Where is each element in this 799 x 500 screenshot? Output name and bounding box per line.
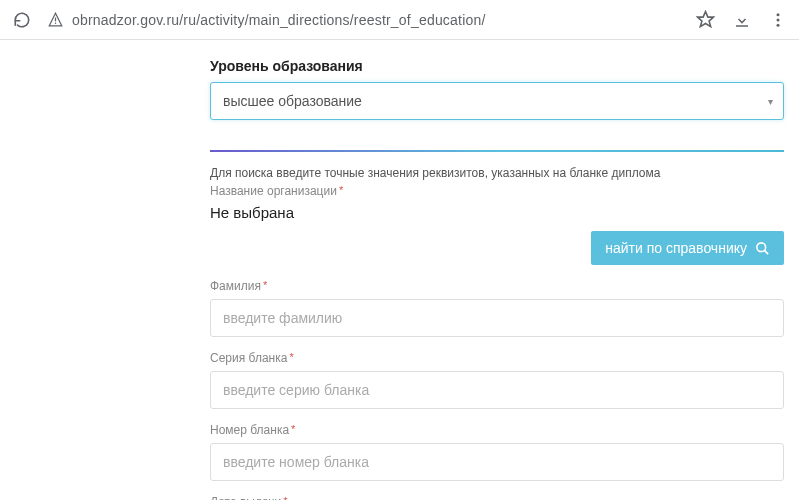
download-icon[interactable] bbox=[733, 11, 751, 29]
number-input[interactable] bbox=[210, 443, 784, 481]
find-by-directory-button[interactable]: найти по справочнику bbox=[591, 231, 784, 265]
org-value: Не выбрана bbox=[210, 204, 784, 221]
svg-rect-1 bbox=[55, 23, 56, 24]
separator-line bbox=[210, 150, 784, 152]
svg-line-8 bbox=[764, 250, 768, 254]
required-star: * bbox=[263, 279, 267, 291]
number-label: Номер бланка* bbox=[210, 423, 784, 437]
search-hint: Для поиска введите точные значения рекви… bbox=[210, 166, 784, 180]
svg-point-5 bbox=[777, 18, 780, 21]
education-level-select[interactable]: высшее образование bbox=[210, 82, 784, 120]
education-level-label: Уровень образования bbox=[210, 58, 784, 74]
search-btn-label: найти по справочнику bbox=[605, 240, 747, 256]
url-text: obrnadzor.gov.ru/ru/activity/main_direct… bbox=[72, 12, 486, 28]
reload-button[interactable] bbox=[12, 10, 32, 30]
required-star: * bbox=[291, 423, 295, 435]
svg-point-4 bbox=[777, 13, 780, 16]
required-star: * bbox=[283, 495, 287, 500]
insecure-icon bbox=[48, 12, 64, 28]
search-form: Уровень образования высшее образование Д… bbox=[210, 58, 784, 500]
svg-marker-2 bbox=[698, 12, 714, 27]
bookmark-icon[interactable] bbox=[696, 10, 715, 29]
svg-point-6 bbox=[777, 23, 780, 26]
education-level-value: высшее образование bbox=[223, 93, 362, 109]
surname-label: Фамилия* bbox=[210, 279, 784, 293]
org-label: Название организации* bbox=[210, 184, 784, 198]
series-label: Серия бланка* bbox=[210, 351, 784, 365]
search-icon bbox=[755, 241, 770, 256]
kebab-menu-icon[interactable] bbox=[769, 11, 787, 29]
required-star: * bbox=[339, 184, 343, 196]
browser-toolbar: obrnadzor.gov.ru/ru/activity/main_direct… bbox=[0, 0, 799, 40]
page-content: Уровень образования высшее образование Д… bbox=[0, 40, 799, 500]
required-star: * bbox=[289, 351, 293, 363]
svg-point-7 bbox=[757, 242, 766, 251]
svg-rect-3 bbox=[736, 25, 748, 27]
address-bar[interactable]: obrnadzor.gov.ru/ru/activity/main_direct… bbox=[42, 12, 686, 28]
date-label: Дата выдачи* bbox=[210, 495, 784, 500]
surname-input[interactable] bbox=[210, 299, 784, 337]
svg-rect-0 bbox=[55, 18, 56, 22]
series-input[interactable] bbox=[210, 371, 784, 409]
